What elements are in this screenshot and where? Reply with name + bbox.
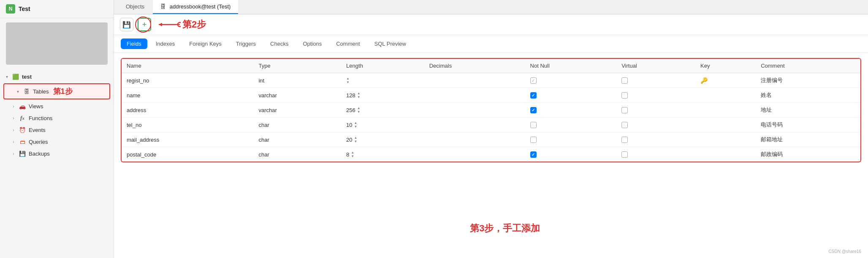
col-decimals: Decimals: [424, 59, 525, 73]
cell-not-null[interactable]: [525, 132, 617, 147]
table-row[interactable]: mail_addresschar20▲▼邮箱地址: [122, 132, 860, 147]
cell-length: 128▲▼: [341, 88, 424, 103]
cell-comment: 邮政编码: [756, 147, 860, 162]
sidebar-item-backups[interactable]: › 💾 Backups: [0, 148, 114, 159]
cell-virtual[interactable]: [616, 88, 695, 103]
length-spinner[interactable]: ▲▼: [351, 151, 354, 158]
sub-tab-indexes[interactable]: Indexes: [150, 38, 181, 49]
cell-key: 🔑: [695, 73, 756, 88]
backups-icon: 💾: [19, 150, 26, 157]
sub-tab-sql-preview[interactable]: SQL Preview: [369, 38, 412, 49]
fields-table: Name Type Length Decimals Not Null Virtu…: [122, 59, 860, 162]
chevron-right-icon: ›: [11, 140, 16, 144]
events-label: Events: [29, 127, 46, 133]
cell-virtual[interactable]: [616, 118, 695, 132]
cell-name: postal_code: [122, 147, 253, 162]
cell-length: 10▲▼: [341, 118, 424, 132]
virtual-checkbox[interactable]: [621, 151, 628, 158]
table-row[interactable]: addressvarchar256▲▼地址: [122, 103, 860, 118]
length-spinner[interactable]: ▲▼: [346, 77, 350, 84]
virtual-checkbox[interactable]: [621, 122, 628, 128]
sidebar-title: Test: [19, 5, 30, 12]
sub-tab-triggers[interactable]: Triggers: [230, 38, 262, 49]
watermark: CSDN @share16: [829, 249, 861, 254]
cell-decimals: [424, 147, 525, 162]
table-tab-icon: 🗄: [160, 3, 166, 10]
sidebar-item-events[interactable]: › ⏰ Events: [0, 124, 114, 136]
not-null-checkbox[interactable]: [530, 107, 537, 113]
sub-tab-comment[interactable]: Comment: [330, 38, 366, 49]
length-spinner[interactable]: ▲▼: [354, 136, 358, 143]
table-row[interactable]: regist_noint▲▼🔑注册编号: [122, 73, 860, 88]
cell-comment: 邮箱地址: [756, 132, 860, 147]
cell-virtual[interactable]: [616, 103, 695, 118]
not-null-checkbox[interactable]: [530, 151, 537, 158]
cell-virtual[interactable]: [616, 73, 695, 88]
chevron-right-icon: ›: [11, 104, 16, 109]
plus-icon: +: [142, 20, 147, 29]
cell-not-null[interactable]: [525, 73, 617, 88]
cell-virtual[interactable]: [616, 132, 695, 147]
col-type: Type: [253, 59, 341, 73]
chevron-right-icon: ›: [11, 116, 16, 121]
main-content: Objects 🗄 addressbook@test (Test) 💾 +: [114, 0, 868, 258]
app-logo: N: [6, 4, 15, 14]
virtual-checkbox[interactable]: [621, 107, 628, 113]
step2-annotation-text: 第2步: [182, 18, 206, 31]
cell-key: [695, 88, 756, 103]
cell-decimals: [424, 88, 525, 103]
length-spinner[interactable]: ▲▼: [357, 107, 361, 114]
main-tab-bar: Objects 🗄 addressbook@test (Test): [114, 0, 868, 14]
cell-type: int: [253, 73, 341, 88]
cell-length: 256▲▼: [341, 103, 424, 118]
tab-addressbook[interactable]: 🗄 addressbook@test (Test): [153, 0, 238, 14]
db-label: test: [22, 74, 32, 80]
sidebar-item-views[interactable]: › 🚗 Views: [0, 100, 114, 112]
table-header-row: Name Type Length Decimals Not Null Virtu…: [122, 59, 860, 73]
length-spinner[interactable]: ▲▼: [357, 92, 361, 99]
virtual-checkbox[interactable]: [621, 92, 628, 99]
sidebar-item-test[interactable]: ▾ 🟩 test: [0, 71, 114, 82]
cell-not-null[interactable]: [525, 88, 617, 103]
sidebar-item-tables[interactable]: ▾ 🗄 Tables 第1步: [3, 83, 110, 99]
cell-not-null[interactable]: [525, 103, 617, 118]
cell-virtual[interactable]: [616, 147, 695, 162]
col-not-null: Not Null: [525, 59, 617, 73]
sub-tab-checks[interactable]: Checks: [264, 38, 294, 49]
cell-decimals: [424, 132, 525, 147]
sidebar-item-functions[interactable]: › fx Functions: [0, 112, 114, 124]
virtual-checkbox[interactable]: [621, 137, 628, 143]
cell-length: 8▲▼: [341, 147, 424, 162]
sub-tab-foreign-keys[interactable]: Foreign Keys: [183, 38, 228, 49]
fields-table-wrapper: Name Type Length Decimals Not Null Virtu…: [121, 58, 861, 162]
cell-decimals: [424, 103, 525, 118]
views-icon: 🚗: [19, 102, 26, 110]
cell-comment: 电话号码: [756, 118, 860, 132]
not-null-checkbox[interactable]: [530, 137, 537, 143]
add-field-button[interactable]: +: [138, 18, 151, 31]
not-null-checkbox[interactable]: [530, 92, 537, 99]
cell-comment: 注册编号: [756, 73, 860, 88]
sidebar-item-queries[interactable]: › 🗃 Queries: [0, 136, 114, 148]
cell-not-null[interactable]: [525, 147, 617, 162]
cell-key: [695, 147, 756, 162]
sidebar-section: ▾ 🟩 test ▾ 🗄 Tables 第1步 › 🚗 Views › fx F…: [0, 69, 114, 161]
cell-name: mail_address: [122, 132, 253, 147]
sidebar-thumbnail: [6, 22, 108, 65]
key-icon: 🔑: [700, 77, 708, 84]
not-null-checkbox[interactable]: [530, 77, 537, 84]
save-button[interactable]: 💾: [120, 18, 133, 31]
cell-not-null[interactable]: [525, 118, 617, 132]
not-null-checkbox[interactable]: [530, 122, 537, 128]
virtual-checkbox[interactable]: [621, 77, 628, 84]
length-spinner[interactable]: ▲▼: [354, 121, 358, 129]
tab-objects[interactable]: Objects: [118, 0, 152, 14]
table-row[interactable]: namevarchar128▲▼姓名: [122, 88, 860, 103]
table-row[interactable]: tel_nochar10▲▼电话号码: [122, 118, 860, 132]
sidebar-header: N Test: [0, 0, 114, 18]
sub-tab-options[interactable]: Options: [297, 38, 328, 49]
col-virtual: Virtual: [616, 59, 695, 73]
sub-tab-fields[interactable]: Fields: [121, 38, 147, 49]
step3-annotation: 第3步，手工添加: [470, 222, 540, 235]
table-row[interactable]: postal_codechar8▲▼邮政编码: [122, 147, 860, 162]
